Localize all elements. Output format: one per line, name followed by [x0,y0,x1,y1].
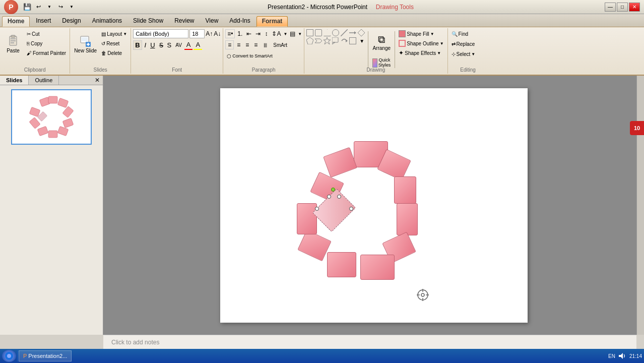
delete-button[interactable]: 🗑 Delete [100,48,128,57]
cut-button[interactable]: ✂ Cut [25,29,68,38]
tab-animations[interactable]: Animations [87,16,127,27]
svg-rect-29 [29,107,40,116]
replace-button[interactable]: ⇄ Replace [450,39,477,48]
shape-pentagon[interactable] [306,37,313,44]
rotate-handle[interactable] [331,188,335,192]
select-button[interactable]: ⊹ Select ▼ [450,49,477,58]
undo-dropdown[interactable]: ▼ [44,2,54,12]
copy-button[interactable]: ⎘ Copy [25,39,68,48]
font-name-box[interactable]: Calibri (Body) [133,29,188,38]
shape-outline-button[interactable]: Shape Outline ▼ [397,39,445,48]
tab-home[interactable]: Home [2,16,30,27]
shape-rect2[interactable] [349,37,356,44]
shape-curved-arrow[interactable] [341,37,348,44]
shape-rounded-rect[interactable] [315,29,322,36]
save-button[interactable]: 💾 [22,2,32,12]
bold-button[interactable]: B [133,40,142,50]
align-text-button[interactable]: ▤ [288,30,297,38]
tab-design[interactable]: Design [57,16,86,27]
shape-outline-dropdown[interactable]: ▼ [440,41,444,46]
handle-top-right[interactable] [337,195,341,199]
tab-addins[interactable]: Add-Ins [224,16,255,27]
handle-top-left[interactable] [327,195,331,199]
align-left-button[interactable]: ≡ [225,40,234,49]
line-spacing[interactable]: ↕ [263,30,269,38]
handle-left[interactable] [315,207,319,211]
undo-button[interactable]: ↩ [33,2,43,12]
paste-button[interactable]: Paste [2,29,24,57]
reset-button[interactable]: ↺ Reset [100,39,128,48]
start-button[interactable] [2,350,16,362]
tab-slideshow[interactable]: Slide Show [128,16,168,27]
justify-button[interactable]: ≡ [252,41,260,49]
panel-close-button[interactable]: ✕ [92,76,103,85]
notes-area[interactable]: Click to add notes [103,335,636,349]
shape-callout[interactable] [332,37,339,44]
shape-star[interactable] [324,37,331,44]
font-color-button[interactable]: A [184,40,193,50]
slides-panel-tab[interactable]: Slides [0,76,29,85]
align-center-button[interactable]: ≡ [235,41,242,49]
strikethrough-button[interactable]: S̶ [158,41,165,49]
font-size-increase[interactable]: A↑ [206,30,213,37]
format-painter-button[interactable]: 🖌 Format Painter [25,48,68,57]
shape-fill-button[interactable]: Shape Fill ▼ [397,29,445,38]
shape-rect[interactable] [306,29,313,36]
shape-effects-button[interactable]: ✦ Shape Effects ▼ [397,48,445,57]
increase-indent[interactable]: ⇥ [254,30,262,38]
decrease-indent[interactable]: ⇤ [245,30,253,38]
qat-dropdown[interactable]: ▼ [67,2,77,12]
shape-outline-icon [399,40,406,47]
shape-arrow[interactable] [349,29,356,36]
underline-button[interactable]: U [149,41,156,49]
convert-smartart-button[interactable]: ⬡ Convert to SmartArt [225,51,274,60]
align-text-dropdown[interactable]: ▼ [298,32,302,36]
align-right-button[interactable]: ≡ [243,41,251,49]
font-size-box[interactable]: 18 [189,29,205,38]
layout-button[interactable]: ▤ Layout ▼ [100,29,128,38]
svg-rect-23 [62,106,74,118]
outline-panel-tab[interactable]: Outline [29,76,59,85]
slide-canvas[interactable] [220,88,528,323]
tab-review[interactable]: Review [169,16,199,27]
select-dropdown[interactable]: ▼ [471,52,475,56]
tab-view[interactable]: View [201,16,224,27]
redo-button[interactable]: ↪ [55,2,66,12]
shape-circle[interactable] [332,29,339,36]
italic-button[interactable]: I [143,41,148,49]
selected-shape-container[interactable] [317,197,351,224]
close-button[interactable]: ✕ [629,3,640,12]
char-spacing-button[interactable]: AV [174,42,183,48]
smartart-button[interactable]: SmArt [272,42,289,48]
numbering-button[interactable]: 1. [236,30,244,38]
panel-tab-bar: Slides Outline ✕ [0,76,103,85]
shape-triangle[interactable] [324,29,331,36]
ring-shape-bottom-right [360,255,395,280]
volume-icon[interactable] [617,352,627,359]
minimize-button[interactable]: — [605,3,616,12]
maximize-button[interactable]: □ [617,3,628,12]
new-slide-button[interactable]: New Slide [72,29,99,57]
shadow-button[interactable]: S [166,41,173,49]
shape-chevron[interactable] [315,37,322,44]
shape-effects-dropdown[interactable]: ▼ [437,51,441,55]
text-direction-dropdown[interactable]: ▼ [283,32,287,36]
arrange-button[interactable]: ⧉ Arrange [370,29,393,55]
tab-insert[interactable]: Insert [31,16,56,27]
slide-thumbnail[interactable] [11,89,92,145]
shape-gallery-more[interactable]: ▼ [358,37,366,44]
find-button[interactable]: 🔍 Find [450,29,470,38]
vertical-scrollbar[interactable] [636,76,644,335]
highlight-color-button[interactable]: A [194,40,202,50]
text-direction-button[interactable]: ⇕A [270,30,282,38]
col-button[interactable]: ⫼ [261,41,271,49]
shape-diamond[interactable] [358,29,365,36]
bullets-button[interactable]: ≡• [225,29,235,38]
shape-fill-dropdown[interactable]: ▼ [430,32,434,36]
tab-format[interactable]: Format [256,16,288,27]
handle-right[interactable] [349,207,353,211]
office-button[interactable]: P [4,0,18,14]
font-size-decrease[interactable]: A↓ [214,30,221,37]
taskbar-pp-button[interactable]: P Presentation2... [19,350,72,361]
shape-line[interactable] [341,29,348,36]
